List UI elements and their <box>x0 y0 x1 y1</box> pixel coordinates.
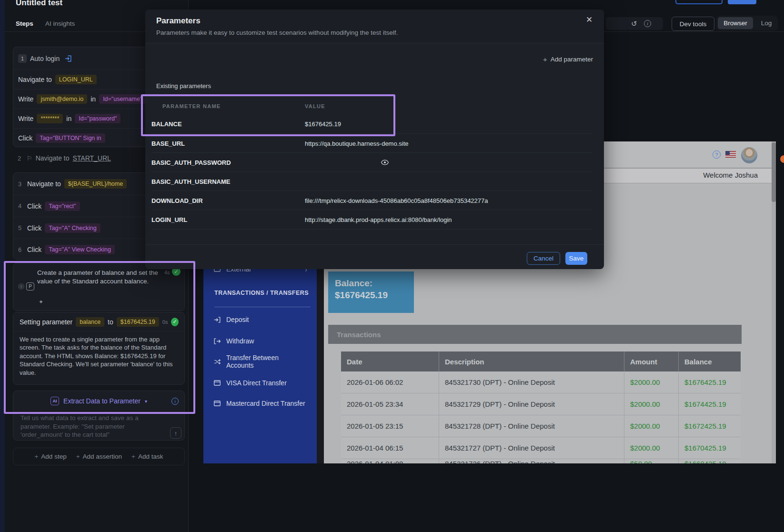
setting-duration: 0s <box>162 319 168 325</box>
add-parameter-button[interactable]: + Add parameter <box>543 55 593 63</box>
chevron-down-icon[interactable]: ▾ <box>145 399 147 404</box>
add-task-label: Add task <box>138 453 163 460</box>
sidebar-item-visa-direct-transfer[interactable]: VISA Direct Transfer <box>214 379 307 387</box>
cell-amount: $50.00 <box>624 459 678 463</box>
locator-badge-checking[interactable]: Tag="A" Checking <box>45 223 100 233</box>
sidebar-item-label: VISA Direct Transfer <box>226 379 287 387</box>
screen: Untitled test Steps AI insights 1 Auto l… <box>0 0 784 532</box>
tab-log[interactable]: Log <box>756 17 776 29</box>
locator-badge-rect[interactable]: Tag="rect" <box>45 201 80 211</box>
plus-icon: + <box>34 453 38 460</box>
extract-data-header[interactable]: AI Extract Data to Parameter ▾ <box>13 391 184 411</box>
sidebar-item-transfer-between-accounts[interactable]: Transfer Between Accounts <box>214 357 307 366</box>
add-step-button[interactable]: + Add step <box>34 453 66 460</box>
step-action: Write <box>18 95 33 103</box>
param-row-basic-auth-password[interactable]: BASIC_AUTH_PASSWORD <box>151 152 592 172</box>
ai-task-card[interactable]: i P Create a parameter of balance and se… <box>13 263 185 311</box>
column-header-name: PARAMETER NAME <box>162 103 221 109</box>
left-rail <box>0 0 5 532</box>
cancel-button[interactable]: Cancel <box>527 252 560 265</box>
cell-balance: $1676425.19 <box>678 371 741 393</box>
param-row-basic-auth-username[interactable]: BASIC_AUTH_USERNAME <box>151 171 592 191</box>
sidebar-item-mastercard-direct-transfer[interactable]: Mastercard Direct Transfer <box>214 399 307 408</box>
locator-badge-signin[interactable]: Tag="BUTTON" Sign in <box>36 133 105 143</box>
table-row[interactable]: 2026-01-05 23:34 845321729 (DPT) - Onlin… <box>341 393 741 415</box>
cell-description: 845321729 (DPT) - Online Deposit <box>439 393 624 415</box>
step-action: Navigate to <box>27 180 61 188</box>
extract-input[interactable] <box>20 413 154 440</box>
setting-parameter-card[interactable]: Setting parameter balance to $1676425.19… <box>13 312 185 385</box>
add-parameter-label: Add parameter <box>551 56 593 63</box>
locator-badge-username[interactable]: Id="username" <box>99 94 146 104</box>
primary-action-button-partial[interactable] <box>728 0 756 4</box>
sidebar-item-label: Mastercard Direct Transfer <box>226 400 305 407</box>
cell-description: 845321726 (DPT) - Online Deposit <box>439 459 624 463</box>
save-button[interactable]: Save <box>565 252 587 265</box>
refresh-icon[interactable]: ↺ <box>631 20 637 28</box>
param-value: file:///tmp/relicx-downloads-45086ab60c0… <box>305 197 488 204</box>
task-prompt-text: Create a parameter of balance and set th… <box>37 269 173 285</box>
table-row[interactable]: 2026-01-05 23:15 845321728 (DPT) - Onlin… <box>341 415 741 437</box>
value-badge-balance[interactable]: $1676425.19 <box>117 317 159 327</box>
param-row-balance[interactable]: BALANCE $1676425.19 <box>151 114 592 133</box>
cell-amount: $2000.00 <box>624 415 678 437</box>
cell-amount: $2000.00 <box>624 393 678 415</box>
param-badge-login-url[interactable]: LOGIN_URL <box>55 75 97 84</box>
close-icon[interactable]: ✕ <box>583 14 595 25</box>
table-row[interactable]: 2026-01-06 06:02 845321730 (DPT) - Onlin… <box>341 371 741 393</box>
step-action: Click <box>27 224 41 232</box>
info-icon[interactable]: i <box>171 398 179 405</box>
setting-label: Setting parameter <box>20 318 72 326</box>
modal-header <box>145 10 604 43</box>
us-flag-icon[interactable] <box>725 151 736 158</box>
step-number: 4 <box>18 202 24 210</box>
submit-arrow-button[interactable]: ↑ <box>170 427 181 439</box>
sidebar-item-label: Deposit <box>226 316 249 323</box>
locator-badge-password[interactable]: Id="password" <box>75 114 121 123</box>
value-badge-username[interactable]: jsmith@demo.io <box>37 94 87 104</box>
cell-balance: $1672425.19 <box>678 415 741 437</box>
param-name: BASIC_AUTH_PASSWORD <box>151 159 231 166</box>
col-amount: Amount <box>624 351 678 371</box>
eye-icon[interactable] <box>381 160 389 165</box>
dev-tools-button[interactable]: Dev tools <box>672 17 714 31</box>
modal-footer-divider <box>145 244 604 245</box>
sidebar-section-title: TRANSACTIONS / TRANSFERS <box>214 290 309 296</box>
withdraw-icon <box>214 338 221 344</box>
cell-date: 2026-01-05 23:34 <box>341 393 439 415</box>
param-row-login-url[interactable]: LOGIN_URL http://stage.dbank.prod-apps.r… <box>151 210 592 230</box>
collapse-icon[interactable]: i <box>18 283 24 290</box>
param-row-download-dir[interactable]: DOWNLOAD_DIR file:///tmp/relicx-download… <box>151 191 592 210</box>
param-value: $1676425.19 <box>305 120 341 128</box>
tab-browser[interactable]: Browser <box>718 17 753 29</box>
table-row[interactable]: 2026-01-04 06:15 845321727 (DPT) - Onlin… <box>341 437 741 459</box>
add-assertion-button[interactable]: + Add assertion <box>76 453 122 460</box>
add-actions-bar: + Add step + Add assertion + Add task <box>13 448 185 465</box>
param-badge-base-url-home[interactable]: ${BASE_URL}/home <box>64 179 127 189</box>
tab-steps[interactable]: Steps <box>16 19 33 29</box>
step-action: Write <box>18 115 33 122</box>
transactions-table-header: Date Description Amount Balance <box>341 351 741 371</box>
param-badge-balance[interactable]: balance <box>76 317 104 327</box>
flag-icon: ⚐ <box>27 155 32 162</box>
transfer-icon <box>214 359 221 365</box>
tab-ai-insights[interactable]: AI insights <box>45 19 75 29</box>
avatar[interactable] <box>741 147 757 163</box>
setting-connector: to <box>108 318 113 326</box>
table-row-partial[interactable]: 2026-01-04 01:08 845321726 (DPT) - Onlin… <box>341 459 741 463</box>
sidebar-item-withdraw[interactable]: Withdraw <box>214 337 307 345</box>
info-icon[interactable]: i <box>644 20 651 27</box>
cell-amount: $2000.00 <box>624 437 678 459</box>
locator-badge-view-checking[interactable]: Tag="A" View Checking <box>45 245 115 254</box>
value-badge-password[interactable]: ******** <box>37 114 63 123</box>
extract-data-label: Extract Data to Parameter <box>63 397 141 405</box>
add-task-button[interactable]: + Add task <box>131 453 163 460</box>
scrollbar-thumb[interactable] <box>772 142 776 202</box>
sidebar-item-deposit[interactable]: Deposit <box>214 315 307 324</box>
param-row-base-url[interactable]: BASE_URL https://qa.boutique.harness-dem… <box>151 133 592 153</box>
cell-description: 845321728 (DPT) - Online Deposit <box>439 415 624 437</box>
secondary-action-button-partial[interactable] <box>675 0 723 4</box>
help-icon[interactable]: ? <box>713 151 721 159</box>
col-date: Date <box>341 351 439 371</box>
start-url-link[interactable]: START_URL <box>72 154 111 162</box>
